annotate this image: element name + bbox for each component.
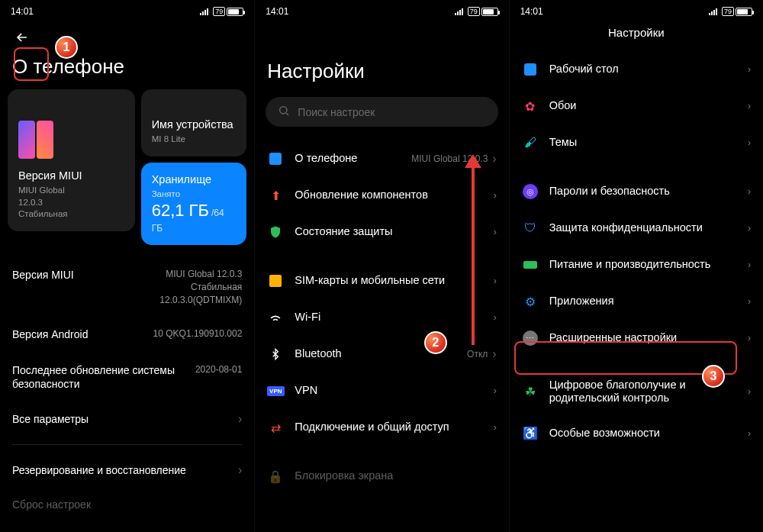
status-right: 79 (455, 7, 498, 16)
item-wifi[interactable]: Wi-Fi › (255, 299, 508, 336)
chevron-right-icon: › (748, 260, 751, 270)
storage-card-title: Хранилище (152, 173, 237, 185)
row-reset[interactable]: Сброс настроек (12, 488, 242, 521)
chevron-right-icon: › (748, 386, 751, 397)
status-bar: 14:01 79 (510, 0, 763, 20)
item-privacy[interactable]: 🛡 Защита конфиденциальности › (510, 210, 763, 247)
signal-icon (709, 8, 717, 15)
status-bar: 14:01 79 (255, 0, 508, 20)
search-input[interactable]: Поиск настроек (266, 97, 497, 127)
chevron-right-icon: › (494, 312, 497, 323)
status-right: 79 (200, 7, 243, 16)
page-title: Настройки (510, 20, 763, 47)
share-icon: ⇄ (267, 419, 284, 436)
storage-value: 62,1 ГБ/64 ГБ (152, 201, 237, 234)
arrow-up-icon: ⬆ (267, 187, 284, 204)
battery-icon (522, 256, 539, 273)
item-accessibility[interactable]: ♿ Особые возможности › (510, 415, 763, 452)
item-system-update[interactable]: ⬆ Обновление компонентов › (255, 177, 508, 214)
miui-card-title: Версия MIUI (18, 169, 82, 182)
signal-icon (200, 8, 208, 15)
storage-card[interactable]: Хранилище Занято 62,1 ГБ/64 ГБ (141, 163, 247, 245)
item-battery-performance[interactable]: Питание и производительность › (510, 247, 763, 283)
item-wallpaper[interactable]: ✿ Обои › (510, 88, 763, 124)
status-time: 14:01 (11, 6, 34, 17)
bluetooth-icon (267, 346, 284, 363)
status-time: 14:01 (520, 6, 543, 17)
chevron-right-icon: › (238, 463, 242, 477)
row-security-update[interactable]: Последнее обновление системы безопасност… (12, 353, 242, 401)
panel-settings-scrolled: 14:01 79 Настройки Рабочий стол › ✿ Обои… (509, 0, 763, 532)
scroll-arrow-icon (472, 165, 475, 345)
device-card-title: Имя устройства (152, 118, 237, 131)
page-title: Настройки (255, 55, 508, 94)
svg-point-0 (280, 107, 287, 114)
chevron-right-icon: › (238, 412, 242, 426)
status-time: 14:01 (266, 6, 288, 17)
flower-icon: ✿ (522, 98, 539, 114)
wellbeing-icon: ☘ (522, 383, 539, 400)
back-button[interactable] (9, 24, 35, 50)
storage-used-label: Занято (152, 189, 237, 201)
item-home-screen[interactable]: Рабочий стол › (510, 51, 763, 88)
chevron-right-icon: › (748, 186, 751, 197)
device-name-card[interactable]: Имя устройства MI 8 Lite (141, 89, 247, 156)
row-all-params[interactable]: Все параметры › (12, 401, 242, 437)
dots-icon: ⋯ (522, 330, 539, 347)
chevron-right-icon: › (748, 333, 751, 343)
about-detail-list: Версия MIUI MIUI Global 12.0.3 Стабильна… (0, 245, 254, 437)
item-lockscreen[interactable]: 🔒 Блокировка экрана (255, 458, 508, 495)
battery-icon: 79 (468, 7, 498, 16)
chevron-right-icon: › (492, 347, 496, 361)
chevron-right-icon: › (748, 64, 751, 75)
item-advanced-settings[interactable]: ⋯ Расширенные настройки › (510, 320, 763, 356)
chevron-right-icon: › (494, 276, 497, 286)
row-backup-restore[interactable]: Резервирование и восстановление › (12, 453, 242, 488)
battery-icon: 79 (722, 7, 752, 16)
home-icon (522, 61, 539, 78)
chevron-right-icon: › (494, 422, 497, 433)
search-placeholder: Поиск настроек (298, 106, 375, 118)
step-badge-3: 3 (702, 365, 725, 388)
chevron-right-icon: › (748, 223, 751, 234)
panel-about-phone: 14:01 79 О телефоне Версия MIUI MIUI Glo… (0, 0, 254, 532)
signal-icon (455, 8, 463, 15)
status-bar: 14:01 79 (0, 0, 254, 20)
vpn-icon: VPN (267, 382, 284, 399)
miui-version-card[interactable]: Версия MIUI MIUI Global 12.0.3 Стабильна… (8, 89, 135, 231)
item-digital-wellbeing[interactable]: ☘ Цифровое благополучие и родительский к… (510, 369, 763, 415)
item-connection-sharing[interactable]: ⇄ Подключение и общий доступ › (255, 409, 508, 446)
step-badge-1: 1 (55, 36, 78, 59)
item-apps[interactable]: ⚙ Приложения › (510, 283, 763, 320)
chevron-right-icon: › (748, 137, 751, 148)
chevron-right-icon: › (748, 101, 751, 111)
miui-card-sub: MIUI Global 12.0.3 Стабильная (18, 185, 68, 221)
panel-settings-main: 14:01 79 Настройки Поиск настроек О теле… (254, 0, 508, 532)
item-passwords-security[interactable]: ◎ Пароли и безопасность › (510, 173, 763, 210)
miui-logo-icon (18, 121, 53, 159)
gear-icon: ⚙ (522, 293, 539, 310)
chevron-right-icon: › (494, 227, 497, 237)
lock-icon: 🔒 (267, 468, 284, 485)
settings-list: О телефоне MIUI Global 12.0.3› ⬆ Обновле… (255, 136, 508, 499)
brush-icon: 🖌 (522, 134, 539, 151)
shield-icon: 🛡 (522, 220, 539, 237)
cards-row: Версия MIUI MIUI Global 12.0.3 Стабильна… (0, 89, 254, 245)
fingerprint-icon: ◎ (522, 183, 539, 200)
wifi-icon (267, 309, 284, 326)
row-miui-version[interactable]: Версия MIUI MIUI Global 12.0.3 Стабильна… (12, 257, 242, 317)
chevron-right-icon: › (748, 428, 751, 439)
chevron-right-icon: › (748, 296, 751, 307)
accessibility-icon: ♿ (522, 425, 539, 442)
divider (12, 444, 242, 445)
row-android-version[interactable]: Версия Android 10 QKQ1.190910.002 (12, 317, 242, 352)
step-badge-2: 2 (424, 331, 447, 354)
about-actions: Резервирование и восстановление › Сброс … (0, 453, 254, 521)
item-bluetooth[interactable]: Bluetooth Откл› (255, 336, 508, 372)
item-vpn[interactable]: VPN VPN › (255, 372, 508, 409)
chevron-right-icon: › (494, 190, 497, 201)
item-sim-networks[interactable]: SIM-карты и мобильные сети › (255, 263, 508, 299)
sim-icon (267, 272, 284, 289)
item-security-status[interactable]: Состояние защиты › (255, 214, 508, 250)
item-themes[interactable]: 🖌 Темы › (510, 124, 763, 161)
